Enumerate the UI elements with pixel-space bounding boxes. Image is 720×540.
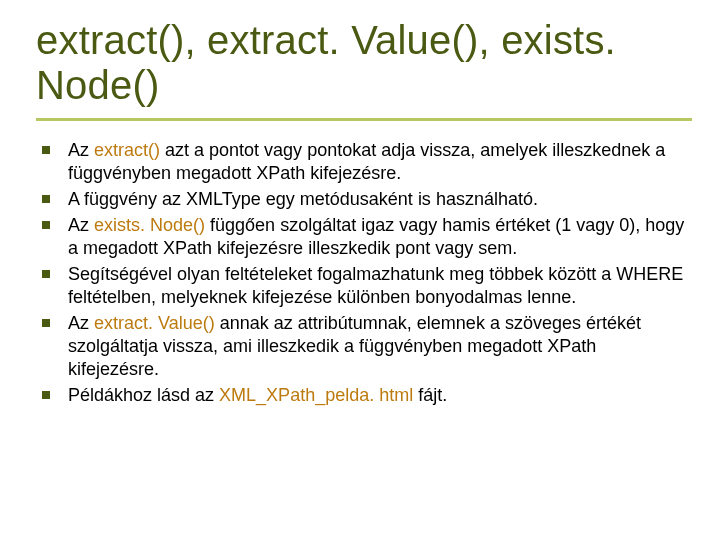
list-item: Segítségével olyan feltételeket fogalmaz… [42, 263, 692, 309]
square-bullet-icon [42, 391, 50, 399]
bullet-list: Az extract() azt a pontot vagy pontokat … [36, 139, 692, 407]
keyword: extract. Value() [94, 313, 215, 333]
text-segment: Az [68, 215, 94, 235]
list-item: Példákhoz lásd az XML_XPath_pelda. html … [42, 384, 692, 407]
list-item: Az exists. Node() függően szolgáltat iga… [42, 214, 692, 260]
list-item: Az extract. Value() annak az attribútumn… [42, 312, 692, 381]
keyword: extract() [94, 140, 160, 160]
list-item: Az extract() azt a pontot vagy pontokat … [42, 139, 692, 185]
square-bullet-icon [42, 146, 50, 154]
slide-title: extract(), extract. Value(), exists. Nod… [36, 18, 692, 121]
square-bullet-icon [42, 270, 50, 278]
list-item-text: Az extract() azt a pontot vagy pontokat … [68, 139, 692, 185]
text-segment: Az [68, 140, 94, 160]
square-bullet-icon [42, 221, 50, 229]
list-item-text: Az extract. Value() annak az attribútumn… [68, 312, 692, 381]
list-item-text: Példákhoz lásd az XML_XPath_pelda. html … [68, 384, 447, 407]
text-segment: A függvény az XMLType egy metódusaként i… [68, 189, 538, 209]
list-item-text: Segítségével olyan feltételeket fogalmaz… [68, 263, 692, 309]
square-bullet-icon [42, 195, 50, 203]
list-item-text: A függvény az XMLType egy metódusaként i… [68, 188, 538, 211]
list-item: A függvény az XMLType egy metódusaként i… [42, 188, 692, 211]
text-segment: fájt. [413, 385, 447, 405]
keyword: exists. Node() [94, 215, 205, 235]
text-segment: Példákhoz lásd az [68, 385, 219, 405]
text-segment: Az [68, 313, 94, 333]
keyword: XML_XPath_pelda. html [219, 385, 413, 405]
list-item-text: Az exists. Node() függően szolgáltat iga… [68, 214, 692, 260]
text-segment: Segítségével olyan feltételeket fogalmaz… [68, 264, 683, 307]
square-bullet-icon [42, 319, 50, 327]
